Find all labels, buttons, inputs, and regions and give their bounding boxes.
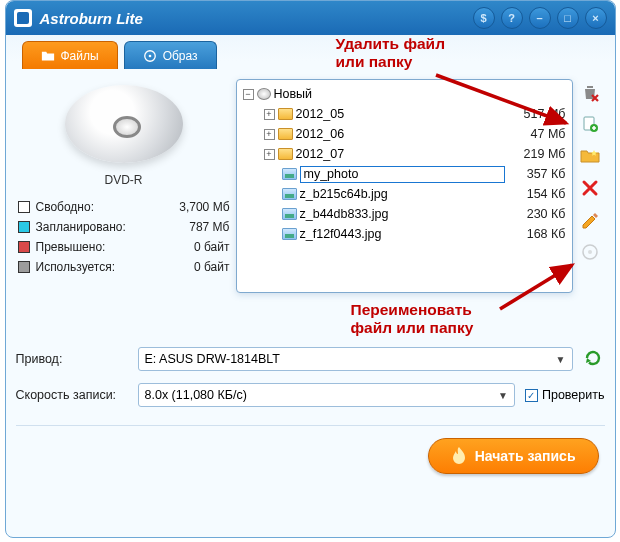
annotation-delete: Удалить файл или папку	[336, 35, 445, 71]
tab-files-label: Файлы	[61, 49, 99, 63]
tree-root[interactable]: − Новый	[239, 84, 570, 104]
verify-checkbox[interactable]: ✓ Проверить	[525, 388, 605, 402]
file-pane: − Новый +2012_05517 Мб+2012_0647 Мб+2012…	[236, 79, 603, 293]
file-tree[interactable]: − Новый +2012_05517 Мб+2012_0647 Мб+2012…	[236, 79, 573, 293]
tab-image-label: Образ	[163, 49, 198, 63]
refresh-drives-button[interactable]	[583, 348, 605, 370]
add-file-icon	[581, 115, 599, 133]
tree-item-name: 2012_05	[296, 107, 505, 121]
refresh-icon	[583, 348, 603, 368]
main-panel: DVD-R Свободно: 3,700 Мб Запланировано: …	[16, 75, 605, 297]
speed-select-value: 8.0x (11,080 КБ/с)	[145, 388, 247, 402]
folder-icon	[41, 49, 55, 63]
app-logo-icon	[14, 9, 32, 27]
start-burn-button[interactable]: Начать запись	[428, 438, 599, 474]
delete-x-icon	[581, 179, 599, 197]
tree-item-size: 219 Мб	[508, 147, 566, 161]
swatch-free	[18, 201, 30, 213]
disc-root-icon	[257, 88, 271, 100]
svg-point-2	[148, 54, 151, 57]
add-file-button[interactable]	[579, 113, 601, 135]
expander-icon[interactable]: +	[264, 149, 275, 160]
tree-item-name: 2012_07	[296, 147, 505, 161]
tree-row[interactable]: z_f12f0443.jpg168 Кб	[239, 224, 570, 244]
stat-used: Используется: 0 байт	[18, 257, 230, 277]
tree-row[interactable]: +2012_07219 Мб	[239, 144, 570, 164]
drive-label: Привод:	[16, 352, 128, 366]
tree-item-size: 230 Кб	[508, 207, 566, 221]
close-button[interactable]: ×	[585, 7, 607, 29]
minimize-button[interactable]: –	[529, 7, 551, 29]
tree-item-name: z_b215c64b.jpg	[300, 187, 505, 201]
remove-button[interactable]	[579, 81, 601, 103]
erase-disc-button[interactable]	[579, 241, 601, 263]
stat-over: Превышено: 0 байт	[18, 237, 230, 257]
expander-icon[interactable]: +	[264, 109, 275, 120]
tree-item-size: 357 Кб	[508, 167, 566, 181]
speed-select[interactable]: 8.0x (11,080 КБ/с) ▼	[138, 383, 515, 407]
expander-icon[interactable]: +	[264, 129, 275, 140]
tree-item-name: z_f12f0443.jpg	[300, 227, 505, 241]
erase-disc-icon	[581, 243, 599, 261]
titlebar: Astroburn Lite $ ? – □ ×	[6, 1, 615, 35]
tab-image[interactable]: Образ	[124, 41, 217, 69]
settings-button[interactable]: $	[473, 7, 495, 29]
disc-icon	[143, 49, 157, 63]
disc-graphic	[59, 79, 189, 169]
swatch-planned	[18, 221, 30, 233]
add-folder-icon	[580, 148, 600, 164]
verify-label: Проверить	[542, 388, 605, 402]
annotation-rename: Переименовать файл или папку	[351, 301, 474, 337]
stat-free: Свободно: 3,700 Мб	[18, 197, 230, 217]
tab-files[interactable]: Файлы	[22, 41, 118, 69]
delete-item-button[interactable]	[579, 177, 601, 199]
expander-icon[interactable]: −	[243, 89, 254, 100]
checkbox-icon: ✓	[525, 389, 538, 402]
svg-point-6	[588, 250, 592, 254]
burn-controls: Привод: E: ASUS DRW-1814BLT ▼ Скорость з…	[16, 347, 605, 407]
maximize-button[interactable]: □	[557, 7, 579, 29]
folder-icon	[278, 128, 293, 140]
tree-item-size: 47 Мб	[508, 127, 566, 141]
window-controls: $ ? – □ ×	[473, 7, 607, 29]
tree-row[interactable]: z_b215c64b.jpg154 Кб	[239, 184, 570, 204]
tree-item-size: 517 Мб	[508, 107, 566, 121]
tree-row[interactable]: +2012_0647 Мб	[239, 124, 570, 144]
stat-planned: Запланировано: 787 Мб	[18, 217, 230, 237]
drive-row: Привод: E: ASUS DRW-1814BLT ▼	[16, 347, 605, 371]
tree-item-size: 154 Кб	[508, 187, 566, 201]
swatch-used	[18, 261, 30, 273]
disc-type: DVD-R	[105, 173, 143, 187]
speed-row: Скорость записи: 8.0x (11,080 КБ/с) ▼ ✓ …	[16, 383, 605, 407]
app-window: Astroburn Lite $ ? – □ × Удалить файл ил…	[5, 0, 616, 538]
pencil-icon	[581, 211, 599, 229]
image-file-icon	[282, 228, 297, 240]
rename-input[interactable]	[300, 166, 505, 183]
flame-icon	[451, 446, 467, 466]
add-folder-button[interactable]	[579, 145, 601, 167]
tree-row[interactable]: +2012_05517 Мб	[239, 104, 570, 124]
speed-label: Скорость записи:	[16, 388, 128, 402]
capacity-stats: Свободно: 3,700 Мб Запланировано: 787 Мб…	[18, 197, 230, 277]
folder-icon	[278, 148, 293, 160]
tree-item-name: 2012_06	[296, 127, 505, 141]
tree-row[interactable]: z_b44db833.jpg230 Кб	[239, 204, 570, 224]
tree-row[interactable]: 357 Кб	[239, 164, 570, 184]
folder-icon	[278, 108, 293, 120]
disc-info-pane: DVD-R Свободно: 3,700 Мб Запланировано: …	[18, 79, 230, 293]
start-burn-label: Начать запись	[475, 448, 576, 464]
trash-icon	[580, 82, 600, 102]
image-file-icon	[282, 168, 297, 180]
help-button[interactable]: ?	[501, 7, 523, 29]
drive-select[interactable]: E: ASUS DRW-1814BLT ▼	[138, 347, 573, 371]
content-area: Файлы Образ DVD-R Свободно: 3,700 Мб	[6, 35, 615, 484]
app-title: Astroburn Lite	[40, 10, 473, 27]
image-file-icon	[282, 188, 297, 200]
swatch-over	[18, 241, 30, 253]
drive-select-value: E: ASUS DRW-1814BLT	[145, 352, 280, 366]
tree-item-name: z_b44db833.jpg	[300, 207, 505, 221]
tree-item-size: 168 Кб	[508, 227, 566, 241]
footer: Начать запись	[16, 425, 605, 474]
rename-button[interactable]	[579, 209, 601, 231]
chevron-down-icon: ▼	[498, 390, 508, 401]
